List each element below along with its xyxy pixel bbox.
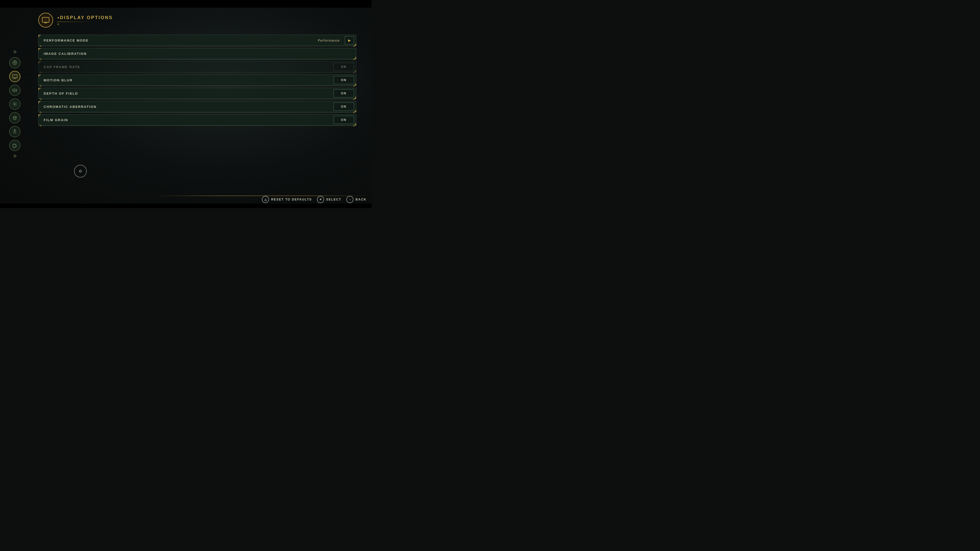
tick-left-0 xyxy=(40,46,41,47)
select-label: SELECT xyxy=(326,198,341,201)
svg-point-1 xyxy=(14,62,16,64)
sidebar-icon-disc[interactable] xyxy=(9,57,21,68)
setting-label-image-calibration: IMAGE CALIBRATION xyxy=(38,52,356,56)
setting-row-cap-frame-rate[interactable]: CAP FRAME RATE ON xyxy=(38,61,356,73)
triangle-icon: △ xyxy=(262,196,269,203)
bottom-bar-decoration xyxy=(0,203,372,208)
sidebar-icon-display[interactable] xyxy=(9,71,21,82)
svg-point-10 xyxy=(15,117,16,118)
tick-right-3 xyxy=(353,86,355,86)
tick-left-6 xyxy=(40,126,41,126)
svg-rect-3 xyxy=(13,75,17,78)
setting-label-film-grain: FILM GRAIN xyxy=(38,118,334,122)
main-content: DISPLAY OPTIONS ⚙ PERFORMANCE MODE Perfo… xyxy=(38,13,356,193)
sidebar-icon-audio[interactable] xyxy=(9,85,21,96)
setting-label-motion-blur: MOTION BLUR xyxy=(38,78,334,82)
reset-defaults-label: RESET TO DEFAULTS xyxy=(271,198,312,201)
bottom-action-bar: △ RESET TO DEFAULTS ✕ SELECT ○ BACK xyxy=(262,196,366,203)
setting-toggle-chromatic-aberration[interactable]: ON xyxy=(334,103,354,111)
tick-right-5 xyxy=(353,113,355,113)
reset-defaults-button[interactable]: △ RESET TO DEFAULTS xyxy=(262,196,312,203)
tick-left-5 xyxy=(40,113,41,113)
sidebar-icon-controller[interactable] xyxy=(9,112,21,124)
svg-point-12 xyxy=(14,129,15,130)
x-icon: ✕ xyxy=(317,196,324,203)
header-underline xyxy=(57,22,93,22)
svg-point-11 xyxy=(16,118,16,118)
setting-row-depth-of-field[interactable]: DEPTH OF FIELD ON xyxy=(38,88,356,99)
svg-marker-6 xyxy=(13,89,14,92)
setting-arrow-performance-mode[interactable]: ▶ xyxy=(345,36,354,44)
header-gear-icon: ⚙ xyxy=(57,23,59,25)
setting-row-performance-mode[interactable]: PERFORMANCE MODE Performance ▶ xyxy=(38,35,356,46)
sidebar-icon-settings[interactable] xyxy=(9,98,21,110)
page-header: DISPLAY OPTIONS ⚙ xyxy=(38,13,356,27)
cursor-indicator xyxy=(74,165,87,178)
setting-row-motion-blur[interactable]: MOTION BLUR ON xyxy=(38,75,356,86)
setting-toggle-depth-of-field[interactable]: ON xyxy=(334,89,354,97)
setting-label-depth-of-field: DEPTH OF FIELD xyxy=(38,92,334,95)
page-title: DISPLAY OPTIONS xyxy=(60,15,113,21)
tick-right-6 xyxy=(353,126,355,126)
tick-right-2 xyxy=(353,73,355,73)
header-title-group: DISPLAY OPTIONS ⚙ xyxy=(57,15,113,25)
setting-value-performance-mode: Performance xyxy=(313,38,345,42)
sidebar-icon-crosshair-bottom[interactable]: ✛ xyxy=(12,154,18,159)
tick-left-2 xyxy=(40,73,41,73)
sidebar: ✛ xyxy=(7,13,22,195)
setting-label-chromatic-aberration: CHROMATIC ABERRATION xyxy=(38,105,334,109)
setting-row-image-calibration[interactable]: IMAGE CALIBRATION xyxy=(38,48,356,59)
select-button[interactable]: ✕ SELECT xyxy=(317,196,341,203)
svg-rect-13 xyxy=(42,17,49,22)
back-button[interactable]: ○ BACK xyxy=(346,196,366,203)
setting-row-film-grain[interactable]: FILM GRAIN ON xyxy=(38,114,356,125)
setting-row-chromatic-aberration[interactable]: CHROMATIC ABERRATION ON xyxy=(38,101,356,112)
cursor-dot xyxy=(79,170,82,172)
header-icon xyxy=(38,13,53,27)
header-arrow-decoration: DISPLAY OPTIONS xyxy=(57,15,113,21)
tick-left-1 xyxy=(40,59,41,60)
settings-list: PERFORMANCE MODE Performance ▶ IMAGE CAL… xyxy=(38,35,356,125)
tick-right-1 xyxy=(353,59,355,60)
top-bar xyxy=(0,0,372,8)
svg-point-7 xyxy=(14,103,16,105)
setting-label-cap-frame-rate: CAP FRAME RATE xyxy=(38,65,334,69)
setting-toggle-motion-blur[interactable]: ON xyxy=(334,76,354,84)
tick-right-0 xyxy=(353,46,355,47)
sidebar-icon-puzzle[interactable] xyxy=(9,140,21,151)
tick-right-4 xyxy=(353,99,355,100)
setting-label-performance-mode: PERFORMANCE MODE xyxy=(38,38,313,42)
setting-toggle-film-grain[interactable]: ON xyxy=(334,116,354,124)
sidebar-icon-crosshair-top[interactable]: ✛ xyxy=(12,49,18,55)
setting-toggle-cap-frame-rate[interactable]: ON xyxy=(334,63,354,71)
tick-left-3 xyxy=(40,86,41,86)
tick-left-4 xyxy=(40,99,41,100)
back-label: BACK xyxy=(355,198,366,201)
circle-icon: ○ xyxy=(346,196,353,203)
sidebar-icon-accessibility[interactable] xyxy=(9,126,21,137)
